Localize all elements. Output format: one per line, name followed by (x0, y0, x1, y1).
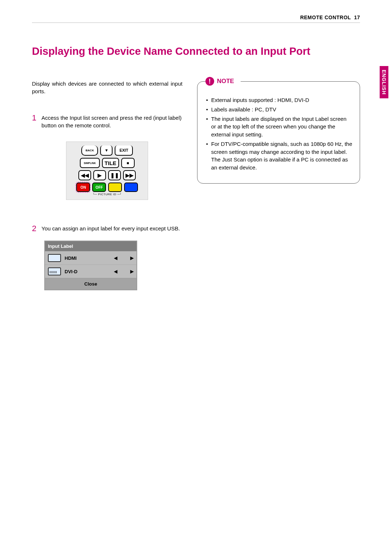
remote-stop-button: ■ (121, 158, 135, 168)
note-icon: ! (205, 77, 214, 86)
remote-fastforward-button: ▶▶ (123, 170, 136, 180)
remote-figure: BACK ▼ EXIT SIMPLINK TILE ■ ◀◀ ▶ ❚❚ ▶▶ O… (66, 142, 148, 200)
note-title: ! NOTE (205, 77, 241, 86)
input-label-text: HDMI (65, 255, 85, 261)
note-box: ! NOTE External inputs supported : HDMI,… (197, 81, 360, 184)
arrow-left-icon: ◀ (114, 255, 117, 261)
note-item: External inputs supported : HDMI, DVI-D (206, 96, 352, 104)
remote-simplink-button: SIMPLINK (80, 158, 100, 168)
remote-pause-button: ❚❚ (108, 170, 121, 180)
remote-back-button: BACK (81, 146, 98, 156)
header-section: REMOTE CONTROL (300, 15, 351, 20)
remote-exit-button: EXIT (115, 146, 133, 156)
note-item: The input labels are displayed on the In… (206, 115, 352, 139)
input-label-text: DVI-D (65, 269, 85, 274)
step-2: 2 You can assign an input label for ever… (32, 225, 183, 233)
arrow-right-icon: ▶ (130, 269, 134, 274)
input-label-close: Close (45, 278, 136, 290)
arrow-right-icon: ▶ (130, 255, 134, 261)
note-item: For DTV/PC-compatible signals, such as 1… (206, 140, 352, 172)
arrow-left-icon: ◀ (114, 269, 117, 274)
hdmi-icon (48, 254, 61, 262)
remote-rewind-button: ◀◀ (78, 170, 91, 180)
remote-blue-button (124, 183, 138, 192)
step-number: 1 (32, 114, 36, 122)
step-text: Access the Input list screen and press t… (41, 114, 182, 129)
remote-yellow-button (108, 183, 122, 192)
step-number: 2 (32, 225, 36, 233)
note-item: Labels available : PC, DTV (206, 106, 352, 114)
remote-picture-id-label: └─ PICTURE ID ─┘ (69, 193, 145, 196)
remote-down-button: ▼ (100, 146, 113, 156)
page-title: Displaying the Device Name Connected to … (32, 45, 360, 57)
dvi-icon (48, 267, 61, 275)
remote-red-button: ON (76, 183, 90, 192)
remote-play-button: ▶ (93, 170, 106, 180)
remote-green-button: OFF (92, 183, 106, 192)
remote-tile-button: TILE (102, 158, 119, 168)
intro-text: Display which devices are connected to w… (32, 80, 183, 95)
input-label-figure: Input Label HDMI ◀ ▶ DVI-D ◀ ▶ (44, 241, 137, 290)
step-text: You can assign an input label for every … (41, 225, 180, 232)
page-header: REMOTE CONTROL 17 (32, 15, 360, 23)
step-1: 1 Access the Input list screen and press… (32, 114, 183, 129)
note-title-text: NOTE (217, 78, 234, 85)
input-label-row-dvid: DVI-D ◀ ▶ (45, 265, 136, 278)
input-label-header: Input Label (45, 241, 136, 251)
input-label-row-hdmi: HDMI ◀ ▶ (45, 251, 136, 265)
page-number: 17 (354, 15, 360, 20)
language-tab: ENGLISH (380, 66, 388, 98)
